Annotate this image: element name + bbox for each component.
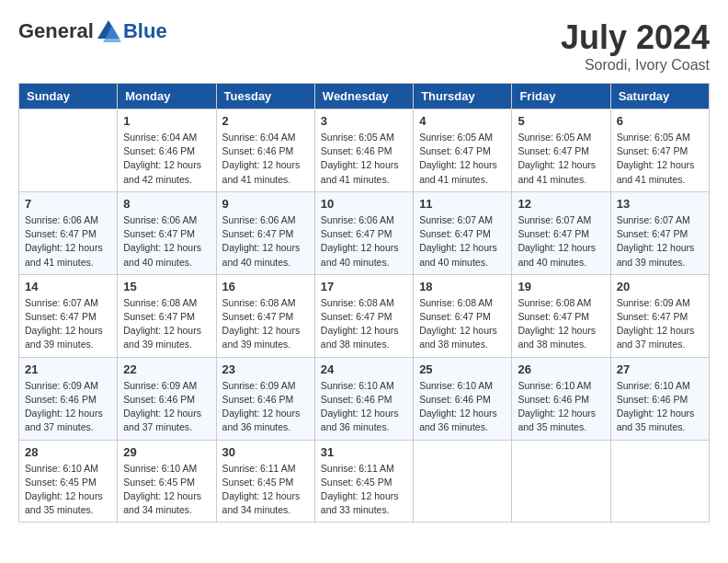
day-info: Sunrise: 6:07 AM Sunset: 6:47 PM Dayligh… <box>617 213 703 270</box>
calendar-cell: 14Sunrise: 6:07 AM Sunset: 6:47 PM Dayli… <box>19 274 118 357</box>
day-number: 3 <box>321 114 407 128</box>
day-number: 20 <box>617 280 703 293</box>
calendar-day-header: Monday <box>118 84 216 109</box>
day-number: 27 <box>617 362 703 376</box>
day-number: 9 <box>222 197 309 211</box>
day-info: Sunrise: 6:10 AM Sunset: 6:46 PM Dayligh… <box>518 379 604 435</box>
day-info: Sunrise: 6:09 AM Sunset: 6:46 PM Dayligh… <box>25 379 111 435</box>
calendar-week-row: 21Sunrise: 6:09 AM Sunset: 6:46 PM Dayli… <box>19 357 710 440</box>
day-number: 6 <box>617 114 703 128</box>
calendar-day-header: Saturday <box>610 84 709 109</box>
calendar-cell: 1Sunrise: 6:04 AM Sunset: 6:46 PM Daylig… <box>118 109 216 192</box>
day-info: Sunrise: 6:08 AM Sunset: 6:47 PM Dayligh… <box>222 296 309 352</box>
calendar-cell: 20Sunrise: 6:09 AM Sunset: 6:47 PM Dayli… <box>610 274 709 357</box>
calendar-cell: 17Sunrise: 6:08 AM Sunset: 6:47 PM Dayli… <box>314 274 413 357</box>
calendar-week-row: 7Sunrise: 6:06 AM Sunset: 6:47 PM Daylig… <box>19 191 710 274</box>
calendar-cell: 22Sunrise: 6:09 AM Sunset: 6:46 PM Dayli… <box>118 357 216 440</box>
logo-icon <box>96 18 121 44</box>
day-number: 19 <box>518 280 604 293</box>
day-number: 12 <box>518 197 604 211</box>
calendar-cell <box>512 440 610 523</box>
calendar-cell: 15Sunrise: 6:08 AM Sunset: 6:47 PM Dayli… <box>118 274 216 357</box>
calendar-cell: 16Sunrise: 6:08 AM Sunset: 6:47 PM Dayli… <box>216 274 314 357</box>
day-number: 4 <box>419 114 506 128</box>
day-number: 18 <box>419 280 506 293</box>
calendar-cell: 21Sunrise: 6:09 AM Sunset: 6:46 PM Dayli… <box>19 357 118 440</box>
calendar-cell: 31Sunrise: 6:11 AM Sunset: 6:45 PM Dayli… <box>314 440 413 523</box>
day-info: Sunrise: 6:10 AM Sunset: 6:45 PM Dayligh… <box>25 462 111 518</box>
month-year-title: July 2024 <box>561 18 710 57</box>
location-subtitle: Sorodi, Ivory Coast <box>561 57 710 74</box>
day-number: 7 <box>25 197 111 211</box>
calendar-cell <box>610 440 709 523</box>
day-number: 16 <box>222 280 309 293</box>
day-number: 2 <box>222 114 309 128</box>
calendar-cell: 18Sunrise: 6:08 AM Sunset: 6:47 PM Dayli… <box>414 274 512 357</box>
day-number: 23 <box>222 362 309 376</box>
calendar-week-row: 1Sunrise: 6:04 AM Sunset: 6:46 PM Daylig… <box>19 109 710 192</box>
day-info: Sunrise: 6:06 AM Sunset: 6:47 PM Dayligh… <box>222 213 309 270</box>
calendar-week-row: 14Sunrise: 6:07 AM Sunset: 6:47 PM Dayli… <box>19 274 710 357</box>
calendar-day-header: Tuesday <box>216 84 314 109</box>
day-info: Sunrise: 6:05 AM Sunset: 6:47 PM Dayligh… <box>518 131 604 187</box>
day-info: Sunrise: 6:08 AM Sunset: 6:47 PM Dayligh… <box>419 296 506 352</box>
day-info: Sunrise: 6:04 AM Sunset: 6:46 PM Dayligh… <box>123 131 210 187</box>
day-info: Sunrise: 6:07 AM Sunset: 6:47 PM Dayligh… <box>25 296 111 352</box>
day-number: 8 <box>123 197 210 211</box>
day-number: 30 <box>222 445 309 459</box>
day-info: Sunrise: 6:04 AM Sunset: 6:46 PM Dayligh… <box>222 131 309 187</box>
calendar-cell <box>414 440 512 523</box>
calendar-cell: 25Sunrise: 6:10 AM Sunset: 6:46 PM Dayli… <box>414 357 512 440</box>
day-number: 14 <box>25 280 111 293</box>
calendar-cell: 2Sunrise: 6:04 AM Sunset: 6:46 PM Daylig… <box>216 109 314 192</box>
calendar-cell: 6Sunrise: 6:05 AM Sunset: 6:47 PM Daylig… <box>610 109 709 192</box>
calendar-body: 1Sunrise: 6:04 AM Sunset: 6:46 PM Daylig… <box>19 109 710 523</box>
title-block: July 2024 Sorodi, Ivory Coast <box>561 18 710 74</box>
day-info: Sunrise: 6:08 AM Sunset: 6:47 PM Dayligh… <box>518 296 604 352</box>
day-info: Sunrise: 6:11 AM Sunset: 6:45 PM Dayligh… <box>222 462 309 518</box>
calendar-cell: 3Sunrise: 6:05 AM Sunset: 6:46 PM Daylig… <box>314 109 413 192</box>
day-number: 13 <box>617 197 703 211</box>
day-number: 1 <box>123 114 210 128</box>
logo: General Blue <box>18 18 167 44</box>
calendar-cell: 19Sunrise: 6:08 AM Sunset: 6:47 PM Dayli… <box>512 274 610 357</box>
calendar-cell: 27Sunrise: 6:10 AM Sunset: 6:46 PM Dayli… <box>610 357 709 440</box>
day-number: 11 <box>419 197 506 211</box>
calendar-cell: 9Sunrise: 6:06 AM Sunset: 6:47 PM Daylig… <box>216 191 314 274</box>
day-number: 28 <box>25 445 111 459</box>
calendar-cell: 29Sunrise: 6:10 AM Sunset: 6:45 PM Dayli… <box>118 440 216 523</box>
day-number: 21 <box>25 362 111 376</box>
calendar-day-header: Sunday <box>19 84 118 109</box>
day-info: Sunrise: 6:09 AM Sunset: 6:46 PM Dayligh… <box>222 379 309 435</box>
day-info: Sunrise: 6:06 AM Sunset: 6:47 PM Dayligh… <box>123 213 210 270</box>
calendar-cell: 4Sunrise: 6:05 AM Sunset: 6:47 PM Daylig… <box>414 109 512 192</box>
day-info: Sunrise: 6:09 AM Sunset: 6:46 PM Dayligh… <box>123 379 210 435</box>
calendar-cell: 28Sunrise: 6:10 AM Sunset: 6:45 PM Dayli… <box>19 440 118 523</box>
calendar-day-header: Wednesday <box>314 84 413 109</box>
day-info: Sunrise: 6:06 AM Sunset: 6:47 PM Dayligh… <box>25 213 111 270</box>
logo-general-text: General <box>18 19 94 43</box>
day-info: Sunrise: 6:09 AM Sunset: 6:47 PM Dayligh… <box>617 296 703 352</box>
day-number: 22 <box>123 362 210 376</box>
day-number: 17 <box>321 280 407 293</box>
calendar-cell: 11Sunrise: 6:07 AM Sunset: 6:47 PM Dayli… <box>414 191 512 274</box>
day-info: Sunrise: 6:07 AM Sunset: 6:47 PM Dayligh… <box>518 213 604 270</box>
page-header: General Blue July 2024 Sorodi, Ivory Coa… <box>18 18 710 74</box>
day-info: Sunrise: 6:10 AM Sunset: 6:46 PM Dayligh… <box>617 379 703 435</box>
calendar-cell <box>19 109 118 192</box>
day-info: Sunrise: 6:11 AM Sunset: 6:45 PM Dayligh… <box>321 462 407 518</box>
day-number: 5 <box>518 114 604 128</box>
calendar-week-row: 28Sunrise: 6:10 AM Sunset: 6:45 PM Dayli… <box>19 440 710 523</box>
day-info: Sunrise: 6:05 AM Sunset: 6:46 PM Dayligh… <box>321 131 407 187</box>
calendar-header-row: SundayMondayTuesdayWednesdayThursdayFrid… <box>19 84 710 109</box>
calendar-cell: 13Sunrise: 6:07 AM Sunset: 6:47 PM Dayli… <box>610 191 709 274</box>
day-number: 29 <box>123 445 210 459</box>
day-info: Sunrise: 6:10 AM Sunset: 6:46 PM Dayligh… <box>321 379 407 435</box>
day-number: 31 <box>321 445 407 459</box>
day-info: Sunrise: 6:08 AM Sunset: 6:47 PM Dayligh… <box>321 296 407 352</box>
day-number: 25 <box>419 362 506 376</box>
calendar-cell: 30Sunrise: 6:11 AM Sunset: 6:45 PM Dayli… <box>216 440 314 523</box>
day-number: 24 <box>321 362 407 376</box>
calendar-day-header: Thursday <box>414 84 512 109</box>
calendar-cell: 12Sunrise: 6:07 AM Sunset: 6:47 PM Dayli… <box>512 191 610 274</box>
